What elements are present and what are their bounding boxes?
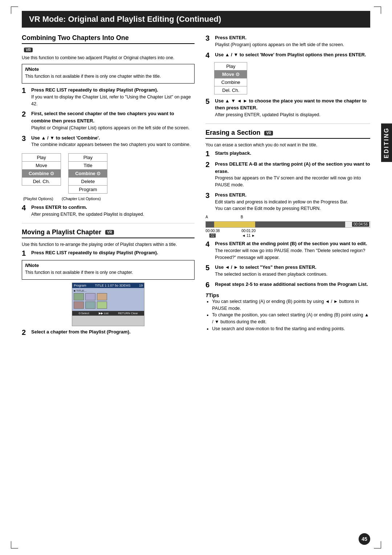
erasing-heading-text: Erasing a Section — [205, 129, 260, 136]
moving-step-content-2: Select a chapter from the Playlist (Prog… — [31, 328, 195, 336]
page-number: 45 — [359, 533, 370, 545]
move-menu-play: Play — [215, 62, 247, 70]
moving-step-content-3: Press ENTER. Playlist (Program) options … — [215, 34, 370, 48]
prog-list: ■ TITLE... — [72, 288, 144, 311]
progress-bar-labels: 00:00:38 02 00:01:20 ◄ 11 ► — [205, 228, 370, 238]
moving-step-detail-3: Playlist (Program) options appears on th… — [215, 42, 344, 47]
erasing-step-content-6: Repeat steps 2-5 to erase additional sec… — [215, 281, 370, 288]
main-content: Combining Two Chapters Into One VR Use t… — [22, 34, 370, 339]
total-time-display: 00:04:56 — [352, 222, 369, 227]
combining-intro: Use this function to combine two adjacen… — [22, 54, 195, 61]
erasing-step-content-2: Press DELETE A-B at the starting point (… — [215, 161, 370, 189]
page-title: VR Mode: Original and Playlist Editing (… — [22, 11, 370, 28]
step-num-1: 1 — [22, 86, 30, 94]
playlist-menu-play: Play — [22, 154, 61, 162]
step-bold-2: First, select the second chapter of the … — [31, 111, 174, 123]
move-menu-table: Play Move ⊙ Combine Del. Ch. — [214, 62, 247, 94]
erasing-heading: Erasing a Section VR — [205, 129, 370, 139]
moving-step-4: 4 Use ▲ / ▼ to select 'Move' from Playli… — [205, 51, 370, 59]
chapter-menu-table: Play Title Combine ⊙ Delete Program — [68, 153, 107, 194]
playlist-options-label: (Playlist Options) — [22, 197, 54, 201]
label-a: A — [205, 215, 208, 219]
step-content-4: Press ENTER to confirm. After pressing E… — [31, 204, 195, 218]
move-menu-delch: Del. Ch. — [215, 86, 247, 94]
combining-note-text: This function is not available if there … — [25, 73, 191, 80]
erasing-step-content-1: Starts playback. — [215, 150, 370, 157]
step-detail-1: If you want to display the Chapter List,… — [31, 94, 191, 106]
ab-labels: A B — [205, 215, 370, 219]
erasing-step-bold-1: Starts playback. — [215, 150, 251, 156]
move-menu-combine: Combine — [215, 78, 247, 86]
step-detail-3: The combine indicator appears between th… — [31, 142, 191, 147]
divider-1 — [22, 223, 195, 223]
corner-mark-bl — [11, 541, 18, 548]
erasing-step-num-1: 1 — [205, 150, 213, 158]
moving-step-2: 2 Select a chapter from the Playlist (Pr… — [22, 328, 195, 336]
step-bold-3: Use ▲ / ▼ to select 'Combine'. — [31, 135, 100, 141]
erasing-step-content-3: Press ENTER. Edit starts and progress is… — [215, 191, 370, 212]
page: VR Mode: Original and Playlist Editing (… — [0, 0, 392, 555]
col-left: Combining Two Chapters Into One VR Use t… — [22, 34, 195, 339]
corner-mark-tl — [11, 7, 18, 14]
moving-step-num-1: 1 — [22, 249, 30, 257]
tips-title: TTips — [205, 292, 370, 298]
moving-step-num-5: 5 — [205, 97, 213, 105]
playlist-menu-move: Move — [22, 162, 61, 170]
prog-footer: ⊙Select ▶▶ List RETURN Clear — [72, 311, 144, 316]
prog-thumb-2 — [85, 293, 95, 300]
moving-step-content-1: Press REC LIST repeatedly to display Pla… — [31, 249, 195, 256]
moving-step-bold-5: Use ▲ ▼ ◄ ► to choose the place you want… — [215, 98, 367, 111]
step-detail-2: Playlist or Original (Chapter List) opti… — [31, 125, 189, 130]
chapter-menu-col: Play Title Combine ⊙ Delete Program — [68, 151, 107, 195]
time-b-label: 00:01:20 ◄ 11 ► — [241, 228, 256, 238]
vr-badge-moving: VR — [105, 230, 114, 235]
moving-section: Moving a Playlist Chapter VR Use this fu… — [22, 228, 195, 336]
step-content-3: Use ▲ / ▼ to select 'Combine'. The combi… — [31, 134, 195, 149]
erasing-step-num-2: 2 — [205, 161, 213, 169]
erasing-step-detail-4: The recorder will now go into PAUSE mode… — [215, 248, 365, 260]
combining-section: Combining Two Chapters Into One VR Use t… — [22, 34, 195, 218]
col-right: 3 Press ENTER. Playlist (Program) option… — [205, 34, 370, 339]
note-icon-2: N — [25, 263, 28, 268]
moving-heading: Moving a Playlist Chapter VR — [22, 228, 195, 238]
note-icon: N — [25, 66, 28, 72]
progress-bar-container: 00:04:56 — [205, 221, 370, 228]
combining-step-3: 3 Use ▲ / ▼ to select 'Combine'. The com… — [22, 134, 195, 149]
erasing-step-bold-2: Press DELETE A-B at the starting point (… — [215, 161, 370, 174]
chapter-menu-delete: Delete — [69, 178, 107, 186]
program-screenshot-inner: Program TITLE 1 1:07 5o 3DEMS 19 ■ TITLE… — [72, 283, 144, 326]
moving-step-num-3: 3 — [205, 34, 213, 42]
prog-thumb-3 — [97, 293, 107, 300]
moving-step-5: 5 Use ▲ ▼ ◄ ► to choose the place you wa… — [205, 97, 370, 118]
combining-step-1: 1 Press REC LIST repeatedly to display P… — [22, 86, 195, 107]
step-bold-4: Press ENTER to confirm. — [31, 204, 87, 210]
chapter-options-label: (Chapter List Options) — [62, 197, 101, 201]
moving-step-detail-5: After pressing ENTER, updated Playlist i… — [215, 112, 320, 117]
erasing-step-detail-3: Edit starts and progress is indicated in… — [215, 199, 348, 211]
erasing-step-4: 4 Press ENTER at the ending point (B) of… — [205, 240, 370, 261]
editing-sidebar: EDITING — [381, 123, 392, 162]
erasing-step-3: 3 Press ENTER. Edit starts and progress … — [205, 191, 370, 212]
moving-step-bold-2: Select a chapter from the Playlist (Prog… — [31, 329, 131, 335]
progress-bar-section: A B 00:04:56 00:00:38 02 — [205, 215, 370, 238]
erasing-step-bold-3: Press ENTER. — [215, 192, 246, 198]
tips-box: TTips You can select starting (A) or end… — [205, 292, 370, 332]
moving-continued: 3 Press ENTER. Playlist (Program) option… — [205, 34, 370, 118]
menu-labels-row: (Playlist Options) (Chapter List Options… — [22, 197, 195, 201]
combining-note: NNote This function is not available if … — [22, 64, 195, 84]
chapter-menu-play: Play — [69, 154, 107, 162]
tip-2: To change the position, you can select s… — [212, 312, 370, 325]
erasing-step-2: 2 Press DELETE A-B at the starting point… — [205, 161, 370, 189]
moving-step-content-5: Use ▲ ▼ ◄ ► to choose the place you want… — [215, 97, 370, 118]
chapter-menu-combine: Combine ⊙ — [69, 170, 107, 178]
moving-step-num-2: 2 — [22, 328, 30, 336]
prog-thumb-5 — [85, 301, 95, 309]
erasing-step-content-5: Use ◄ / ► to select "Yes" then press ENT… — [215, 264, 370, 278]
erasing-step-detail-2: Progress bar appears on the TV screen an… — [215, 175, 361, 187]
erasing-step-bold-6: Repeat steps 2-5 to erase additional sec… — [215, 281, 368, 287]
playlist-menu-col: Play Move Combine ⊙ Del. Ch. — [22, 151, 61, 195]
vr-badge-erasing: VR — [264, 131, 273, 135]
move-menu-container: Play Move ⊙ Combine Del. Ch. — [214, 62, 370, 94]
prog-thumb-1 — [74, 293, 84, 300]
divider-right-1 — [205, 123, 370, 124]
